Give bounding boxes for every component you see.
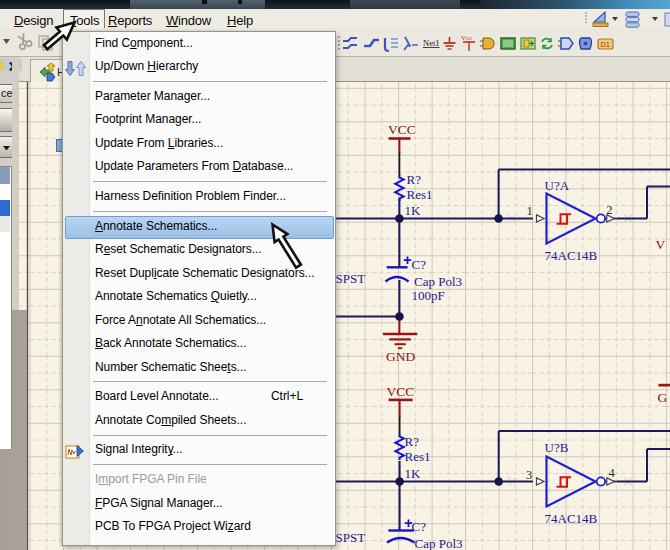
svg-text:GND: GND [386, 349, 415, 364]
svg-text:VCC: VCC [388, 122, 416, 137]
svg-text:V: V [656, 237, 666, 252]
svg-text:U?A: U?A [545, 178, 570, 193]
svg-text:G: G [658, 390, 668, 405]
svg-text:R?: R? [405, 434, 420, 449]
svg-text:1K: 1K [405, 466, 422, 481]
svg-text:100pF: 100pF [412, 288, 445, 303]
svg-text:C?: C? [412, 519, 427, 534]
svg-text:4: 4 [609, 466, 616, 480]
svg-text:R?: R? [407, 172, 422, 187]
svg-text:SPST: SPST [336, 530, 366, 545]
svg-text:VCC: VCC [387, 384, 415, 399]
svg-text:74AC14B: 74AC14B [545, 511, 598, 526]
svg-text:1K: 1K [405, 203, 422, 218]
svg-text:3: 3 [526, 468, 532, 482]
svg-text:C?: C? [412, 257, 427, 272]
svg-text:Cap Pol3: Cap Pol3 [414, 274, 462, 289]
svg-text:74AC14B: 74AC14B [545, 248, 598, 263]
svg-text:Cap Pol3: Cap Pol3 [415, 536, 463, 550]
svg-text:SPST: SPST [336, 271, 366, 286]
svg-text:1: 1 [527, 204, 533, 218]
svg-text:U?B: U?B [545, 440, 569, 455]
svg-text:2: 2 [606, 203, 612, 217]
svg-text:Res1: Res1 [405, 449, 431, 464]
svg-text:Res1: Res1 [407, 187, 433, 202]
